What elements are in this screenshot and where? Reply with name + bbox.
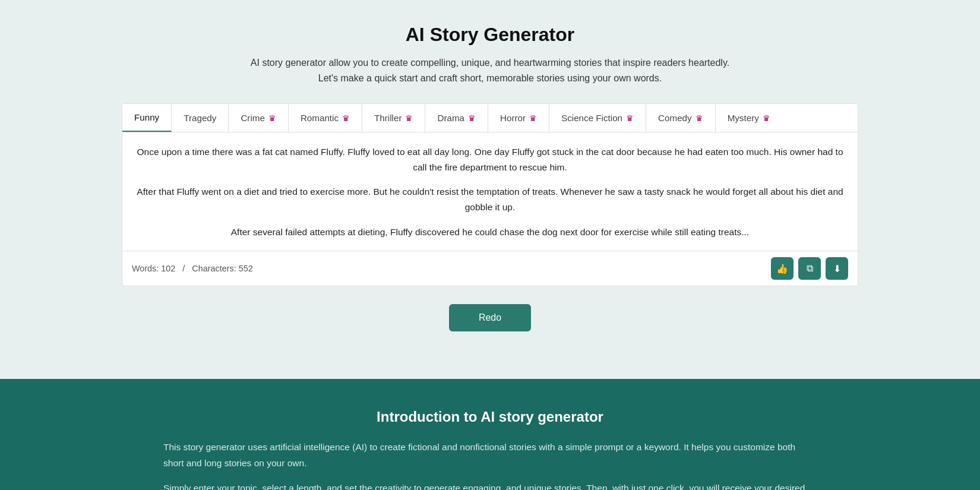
bottom-text: This story generator uses artificial int… <box>163 440 817 490</box>
story-paragraph-2: After that Fluffy went on a diet and tri… <box>134 184 846 214</box>
tab-horror[interactable]: Horror ♛ <box>488 104 549 132</box>
tab-mystery[interactable]: Mystery ♛ <box>716 104 782 132</box>
tab-thriller-label: Thriller <box>374 113 402 123</box>
tab-drama[interactable]: Drama ♛ <box>425 104 488 132</box>
tab-comedy-label: Comedy <box>658 113 692 123</box>
tab-funny-label: Funny <box>134 112 159 122</box>
tab-drama-label: Drama <box>437 113 464 123</box>
tab-funny[interactable]: Funny <box>122 104 172 132</box>
tab-thriller[interactable]: Thriller ♛ <box>362 104 425 132</box>
tab-horror-label: Horror <box>500 113 526 123</box>
crown-icon: ♛ <box>268 113 276 123</box>
bottom-section: Introduction to AI story generator This … <box>0 379 980 490</box>
tab-crime[interactable]: Crime ♛ <box>229 104 289 132</box>
chars-label: Characters: <box>192 264 236 273</box>
bottom-paragraph-2: Simply enter your topic, select a length… <box>163 480 817 490</box>
tab-romantic-label: Romantic <box>301 113 339 123</box>
thumbs-up-button[interactable]: 👍 <box>771 257 794 280</box>
story-box: Once upon a time there was a fat cat nam… <box>122 132 858 286</box>
top-section: AI Story Generator AI story generator al… <box>0 0 980 379</box>
bottom-title: Introduction to AI story generator <box>18 409 962 425</box>
crown-icon: ♛ <box>405 113 413 123</box>
tab-tragedy[interactable]: Tragedy <box>172 104 229 132</box>
redo-button[interactable]: Redo <box>449 304 531 331</box>
download-button[interactable]: ⬇ <box>826 257 848 280</box>
words-count: 102 <box>161 264 175 273</box>
thumbs-up-icon: 👍 <box>776 263 788 274</box>
chars-count: 552 <box>239 264 253 273</box>
story-paragraph-1: Once upon a time there was a fat cat nam… <box>134 144 846 175</box>
tab-tragedy-label: Tragedy <box>184 113 216 123</box>
tab-science-fiction[interactable]: Science Fiction ♛ <box>549 104 646 132</box>
tab-mystery-label: Mystery <box>728 113 759 123</box>
words-label: Words: <box>132 264 159 273</box>
tab-comedy[interactable]: Comedy ♛ <box>646 104 716 132</box>
redo-wrapper: Redo <box>12 286 968 355</box>
tab-crime-label: Crime <box>241 113 265 123</box>
tab-science-fiction-label: Science Fiction <box>561 113 622 123</box>
crown-icon: ♛ <box>468 113 476 123</box>
tabs-container: Funny Tragedy Crime ♛ Romantic ♛ Thrille… <box>122 103 858 132</box>
crown-icon: ♛ <box>529 113 537 123</box>
action-buttons: 👍 ⧉ ⬇ <box>771 257 848 280</box>
story-footer: Words: 102 / Characters: 552 👍 ⧉ ⬇ <box>122 251 858 286</box>
copy-button[interactable]: ⧉ <box>798 257 821 280</box>
separator: / <box>182 264 185 273</box>
crown-icon: ♛ <box>342 113 350 123</box>
copy-icon: ⧉ <box>807 263 813 274</box>
page-subtitle: AI story generator allow you to create c… <box>246 55 734 86</box>
page-title: AI Story Generator <box>12 24 968 46</box>
story-paragraph-3: After several failed attempts at dieting… <box>134 225 846 240</box>
story-content[interactable]: Once upon a time there was a fat cat nam… <box>122 132 858 251</box>
crown-icon: ♛ <box>696 113 703 123</box>
bottom-paragraph-1: This story generator uses artificial int… <box>163 440 817 471</box>
download-icon: ⬇ <box>833 263 841 274</box>
crown-icon: ♛ <box>763 113 770 123</box>
story-stats: Words: 102 / Characters: 552 <box>132 264 253 273</box>
tab-romantic[interactable]: Romantic ♛ <box>289 104 362 132</box>
crown-icon: ♛ <box>626 113 634 123</box>
